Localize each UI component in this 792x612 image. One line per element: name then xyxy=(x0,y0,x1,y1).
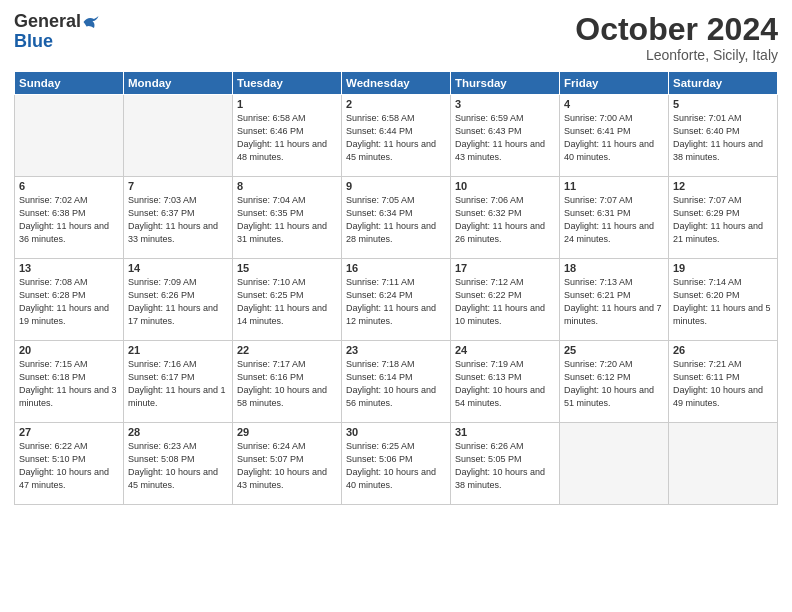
day-number: 19 xyxy=(673,262,773,274)
calendar-cell: 6Sunrise: 7:02 AM Sunset: 6:38 PM Daylig… xyxy=(15,177,124,259)
calendar-cell: 13Sunrise: 7:08 AM Sunset: 6:28 PM Dayli… xyxy=(15,259,124,341)
calendar-cell: 17Sunrise: 7:12 AM Sunset: 6:22 PM Dayli… xyxy=(451,259,560,341)
calendar: SundayMondayTuesdayWednesdayThursdayFrid… xyxy=(14,71,778,505)
calendar-header-thursday: Thursday xyxy=(451,72,560,95)
calendar-cell: 3Sunrise: 6:59 AM Sunset: 6:43 PM Daylig… xyxy=(451,95,560,177)
day-number: 10 xyxy=(455,180,555,192)
day-number: 7 xyxy=(128,180,228,192)
logo-blue-text: Blue xyxy=(14,32,100,52)
calendar-cell: 18Sunrise: 7:13 AM Sunset: 6:21 PM Dayli… xyxy=(560,259,669,341)
day-number: 20 xyxy=(19,344,119,356)
calendar-cell: 2Sunrise: 6:58 AM Sunset: 6:44 PM Daylig… xyxy=(342,95,451,177)
day-number: 22 xyxy=(237,344,337,356)
calendar-week-row: 27Sunrise: 6:22 AM Sunset: 5:10 PM Dayli… xyxy=(15,423,778,505)
day-number: 18 xyxy=(564,262,664,274)
calendar-cell: 30Sunrise: 6:25 AM Sunset: 5:06 PM Dayli… xyxy=(342,423,451,505)
calendar-week-row: 20Sunrise: 7:15 AM Sunset: 6:18 PM Dayli… xyxy=(15,341,778,423)
calendar-cell: 15Sunrise: 7:10 AM Sunset: 6:25 PM Dayli… xyxy=(233,259,342,341)
calendar-cell xyxy=(669,423,778,505)
calendar-header-friday: Friday xyxy=(560,72,669,95)
day-number: 26 xyxy=(673,344,773,356)
calendar-cell: 29Sunrise: 6:24 AM Sunset: 5:07 PM Dayli… xyxy=(233,423,342,505)
day-number: 25 xyxy=(564,344,664,356)
day-number: 6 xyxy=(19,180,119,192)
calendar-header-wednesday: Wednesday xyxy=(342,72,451,95)
day-number: 15 xyxy=(237,262,337,274)
cell-details: Sunrise: 6:24 AM Sunset: 5:07 PM Dayligh… xyxy=(237,440,337,492)
cell-details: Sunrise: 7:12 AM Sunset: 6:22 PM Dayligh… xyxy=(455,276,555,328)
calendar-cell: 26Sunrise: 7:21 AM Sunset: 6:11 PM Dayli… xyxy=(669,341,778,423)
cell-details: Sunrise: 7:01 AM Sunset: 6:40 PM Dayligh… xyxy=(673,112,773,164)
day-number: 21 xyxy=(128,344,228,356)
calendar-week-row: 13Sunrise: 7:08 AM Sunset: 6:28 PM Dayli… xyxy=(15,259,778,341)
header: General Blue October 2024 Leonforte, Sic… xyxy=(14,12,778,63)
calendar-header-sunday: Sunday xyxy=(15,72,124,95)
logo: General Blue xyxy=(14,12,100,52)
logo-bird-icon xyxy=(82,13,100,31)
cell-details: Sunrise: 6:22 AM Sunset: 5:10 PM Dayligh… xyxy=(19,440,119,492)
day-number: 11 xyxy=(564,180,664,192)
cell-details: Sunrise: 7:16 AM Sunset: 6:17 PM Dayligh… xyxy=(128,358,228,410)
day-number: 14 xyxy=(128,262,228,274)
cell-details: Sunrise: 7:15 AM Sunset: 6:18 PM Dayligh… xyxy=(19,358,119,410)
calendar-cell xyxy=(560,423,669,505)
day-number: 9 xyxy=(346,180,446,192)
cell-details: Sunrise: 7:13 AM Sunset: 6:21 PM Dayligh… xyxy=(564,276,664,328)
cell-details: Sunrise: 7:05 AM Sunset: 6:34 PM Dayligh… xyxy=(346,194,446,246)
calendar-cell xyxy=(15,95,124,177)
calendar-cell: 19Sunrise: 7:14 AM Sunset: 6:20 PM Dayli… xyxy=(669,259,778,341)
cell-details: Sunrise: 7:14 AM Sunset: 6:20 PM Dayligh… xyxy=(673,276,773,328)
cell-details: Sunrise: 7:06 AM Sunset: 6:32 PM Dayligh… xyxy=(455,194,555,246)
calendar-cell: 21Sunrise: 7:16 AM Sunset: 6:17 PM Dayli… xyxy=(124,341,233,423)
calendar-header-monday: Monday xyxy=(124,72,233,95)
cell-details: Sunrise: 7:02 AM Sunset: 6:38 PM Dayligh… xyxy=(19,194,119,246)
calendar-cell: 27Sunrise: 6:22 AM Sunset: 5:10 PM Dayli… xyxy=(15,423,124,505)
day-number: 13 xyxy=(19,262,119,274)
calendar-cell: 16Sunrise: 7:11 AM Sunset: 6:24 PM Dayli… xyxy=(342,259,451,341)
cell-details: Sunrise: 7:08 AM Sunset: 6:28 PM Dayligh… xyxy=(19,276,119,328)
day-number: 4 xyxy=(564,98,664,110)
cell-details: Sunrise: 7:21 AM Sunset: 6:11 PM Dayligh… xyxy=(673,358,773,410)
day-number: 1 xyxy=(237,98,337,110)
calendar-cell: 28Sunrise: 6:23 AM Sunset: 5:08 PM Dayli… xyxy=(124,423,233,505)
location: Leonforte, Sicily, Italy xyxy=(575,47,778,63)
day-number: 16 xyxy=(346,262,446,274)
calendar-cell: 20Sunrise: 7:15 AM Sunset: 6:18 PM Dayli… xyxy=(15,341,124,423)
calendar-cell xyxy=(124,95,233,177)
calendar-cell: 22Sunrise: 7:17 AM Sunset: 6:16 PM Dayli… xyxy=(233,341,342,423)
calendar-cell: 9Sunrise: 7:05 AM Sunset: 6:34 PM Daylig… xyxy=(342,177,451,259)
day-number: 27 xyxy=(19,426,119,438)
calendar-cell: 7Sunrise: 7:03 AM Sunset: 6:37 PM Daylig… xyxy=(124,177,233,259)
day-number: 5 xyxy=(673,98,773,110)
day-number: 17 xyxy=(455,262,555,274)
cell-details: Sunrise: 7:07 AM Sunset: 6:31 PM Dayligh… xyxy=(564,194,664,246)
day-number: 24 xyxy=(455,344,555,356)
cell-details: Sunrise: 7:10 AM Sunset: 6:25 PM Dayligh… xyxy=(237,276,337,328)
calendar-cell: 10Sunrise: 7:06 AM Sunset: 6:32 PM Dayli… xyxy=(451,177,560,259)
calendar-cell: 14Sunrise: 7:09 AM Sunset: 6:26 PM Dayli… xyxy=(124,259,233,341)
cell-details: Sunrise: 7:17 AM Sunset: 6:16 PM Dayligh… xyxy=(237,358,337,410)
cell-details: Sunrise: 6:23 AM Sunset: 5:08 PM Dayligh… xyxy=(128,440,228,492)
calendar-week-row: 1Sunrise: 6:58 AM Sunset: 6:46 PM Daylig… xyxy=(15,95,778,177)
day-number: 12 xyxy=(673,180,773,192)
cell-details: Sunrise: 6:26 AM Sunset: 5:05 PM Dayligh… xyxy=(455,440,555,492)
cell-details: Sunrise: 7:19 AM Sunset: 6:13 PM Dayligh… xyxy=(455,358,555,410)
cell-details: Sunrise: 7:20 AM Sunset: 6:12 PM Dayligh… xyxy=(564,358,664,410)
day-number: 30 xyxy=(346,426,446,438)
calendar-cell: 4Sunrise: 7:00 AM Sunset: 6:41 PM Daylig… xyxy=(560,95,669,177)
calendar-cell: 25Sunrise: 7:20 AM Sunset: 6:12 PM Dayli… xyxy=(560,341,669,423)
calendar-header-row: SundayMondayTuesdayWednesdayThursdayFrid… xyxy=(15,72,778,95)
cell-details: Sunrise: 7:11 AM Sunset: 6:24 PM Dayligh… xyxy=(346,276,446,328)
day-number: 28 xyxy=(128,426,228,438)
month-title: October 2024 xyxy=(575,12,778,47)
calendar-header-tuesday: Tuesday xyxy=(233,72,342,95)
calendar-cell: 11Sunrise: 7:07 AM Sunset: 6:31 PM Dayli… xyxy=(560,177,669,259)
day-number: 31 xyxy=(455,426,555,438)
cell-details: Sunrise: 6:59 AM Sunset: 6:43 PM Dayligh… xyxy=(455,112,555,164)
page: General Blue October 2024 Leonforte, Sic… xyxy=(0,0,792,612)
logo-general-text: General xyxy=(14,12,81,32)
calendar-cell: 24Sunrise: 7:19 AM Sunset: 6:13 PM Dayli… xyxy=(451,341,560,423)
cell-details: Sunrise: 7:09 AM Sunset: 6:26 PM Dayligh… xyxy=(128,276,228,328)
cell-details: Sunrise: 6:25 AM Sunset: 5:06 PM Dayligh… xyxy=(346,440,446,492)
title-block: October 2024 Leonforte, Sicily, Italy xyxy=(575,12,778,63)
